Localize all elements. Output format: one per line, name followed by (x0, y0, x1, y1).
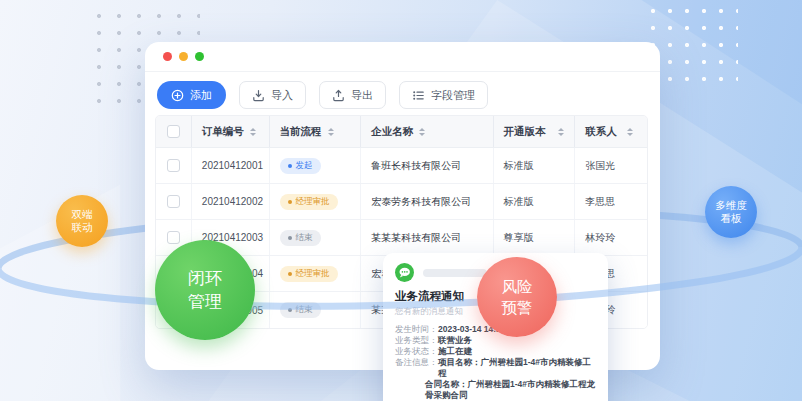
table-header-row: 订单编号 当前流程 企业名称 开通版本 联系人 (156, 116, 647, 148)
header-checkbox-cell (156, 116, 192, 147)
toolbar: 添加 导入 导出 字段管理 (157, 81, 488, 109)
list-icon (412, 89, 425, 102)
status-pill: 发起 (280, 158, 321, 174)
version-cell: 标准版 (494, 184, 576, 219)
table-row: 20210412001 发起 鲁班长科技有限公司 标准版 张国光 (156, 148, 647, 184)
header-company[interactable]: 企业名称 (361, 116, 493, 147)
badge-multi-dashboard: 多维度 看板 (705, 186, 757, 238)
dot-grid-decoration (650, 8, 738, 88)
badge-risk-warning: 风险 预警 (477, 257, 557, 337)
traffic-light-red-icon[interactable] (163, 52, 172, 61)
status-pill: 经理审批 (280, 266, 338, 282)
notification-field: 业务状态： 施工在建 (395, 346, 596, 357)
sort-icon[interactable] (328, 128, 334, 136)
add-button-label: 添加 (190, 88, 212, 103)
export-button[interactable]: 导出 (319, 81, 386, 109)
header-flow[interactable]: 当前流程 (270, 116, 362, 147)
contact-cell: 李思思 (575, 184, 647, 219)
row-checkbox[interactable] (167, 195, 180, 208)
badge-closed-loop: 闭环 管理 (155, 240, 255, 340)
notification-field: 备注信息： 项目名称：广州碧桂园1-4#市内精装修工程 (395, 357, 596, 379)
header-version[interactable]: 开通版本 (494, 116, 576, 147)
contact-cell: 林玲玲 (575, 220, 647, 255)
sort-icon[interactable] (558, 128, 564, 136)
version-cell: 尊享版 (494, 220, 576, 255)
company-cell: 宏泰劳务科技有限公司 (361, 184, 493, 219)
version-cell: 标准版 (494, 148, 576, 183)
notification-field: 业务类型： 联营业务 (395, 335, 596, 346)
export-icon (332, 89, 345, 102)
chat-message-icon (395, 263, 414, 282)
window-titlebar (145, 42, 660, 72)
select-all-checkbox[interactable] (167, 125, 180, 138)
marketing-scene: 添加 导入 导出 字段管理 订单编号 当前流程 企业名称 开通版本 (0, 0, 802, 401)
status-pill: 结束 (280, 230, 321, 246)
header-contact[interactable]: 联系人 (575, 116, 647, 147)
import-button[interactable]: 导入 (239, 81, 306, 109)
contact-cell: 张国光 (575, 148, 647, 183)
sort-icon[interactable] (419, 128, 425, 136)
placeholder-bar (423, 269, 487, 277)
field-manage-button[interactable]: 字段管理 (399, 81, 488, 109)
sort-icon[interactable] (250, 128, 256, 136)
order-no-cell: 20210412001 (192, 148, 270, 183)
status-pill: 结束 (280, 302, 321, 318)
sort-icon[interactable] (627, 128, 633, 136)
order-no-cell: 20210412002 (192, 184, 270, 219)
notification-remark-line: 合同名称：广州碧桂园1-4#市内精装修工程龙骨采购合同 (425, 379, 596, 401)
import-icon (252, 89, 265, 102)
import-button-label: 导入 (271, 88, 293, 103)
company-cell: 某某某科技有限公司 (361, 220, 493, 255)
badge-dual-link: 双端 联动 (56, 195, 108, 247)
row-checkbox[interactable] (167, 231, 180, 244)
add-button[interactable]: 添加 (157, 81, 226, 109)
traffic-light-yellow-icon[interactable] (179, 52, 188, 61)
plus-circle-icon (171, 89, 184, 102)
table-row: 20210412002 经理审批 宏泰劳务科技有限公司 标准版 李思思 (156, 184, 647, 220)
row-checkbox[interactable] (167, 159, 180, 172)
traffic-light-green-icon[interactable] (195, 52, 204, 61)
field-manage-button-label: 字段管理 (431, 88, 475, 103)
company-cell: 鲁班长科技有限公司 (361, 148, 493, 183)
header-order-no[interactable]: 订单编号 (192, 116, 270, 147)
export-button-label: 导出 (351, 88, 373, 103)
status-pill: 经理审批 (280, 194, 338, 210)
